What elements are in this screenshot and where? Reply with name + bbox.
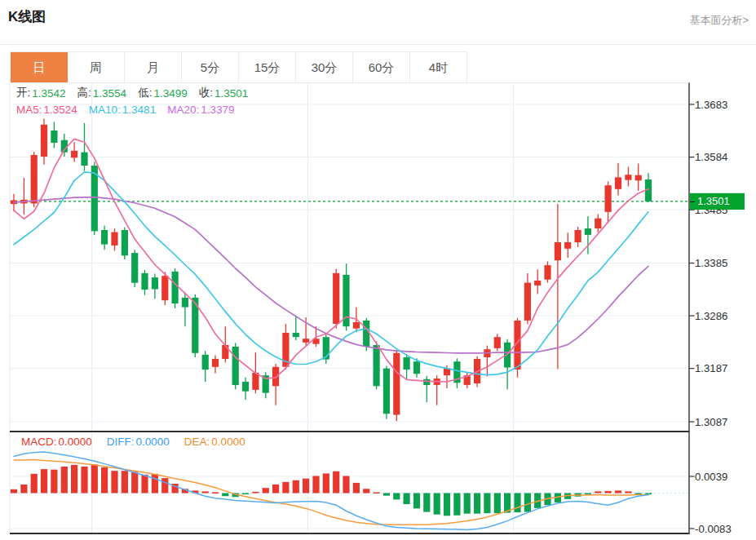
price-tick-label: 1.3385 xyxy=(695,257,727,269)
last-price-badge: 1.3501 xyxy=(690,193,745,210)
dea-value-readout: DEA:0.0000 xyxy=(184,436,245,448)
macd-axis: 0.0039 -0.0083 xyxy=(695,471,732,535)
ohlc-readout: 开:1.3542 高:1.3554 低:1.3499 收:1.3501 xyxy=(16,86,259,100)
price-tick-label: 1.3584 xyxy=(695,151,727,163)
kline-page: { "header": { "title": "K线图", "link": "基… xyxy=(0,0,756,540)
ma10-readout: MA10:1.3481 xyxy=(89,104,156,116)
ma5-readout: MA5:1.3524 xyxy=(16,104,77,116)
high-readout: 高:1.3554 xyxy=(77,86,127,100)
close-readout: 收:1.3501 xyxy=(199,86,249,100)
price-tick-label: 1.3187 xyxy=(695,362,727,374)
macd-readout: MACD:0.0000 DIFF:0.0000 DEA:0.0000 xyxy=(21,436,260,448)
price-tick-label: 1.3683 xyxy=(695,99,727,111)
macd-tick-label: 0.0039 xyxy=(695,471,727,483)
diff-value-readout: DIFF:0.0000 xyxy=(107,436,170,448)
macd-value-readout: MACD:0.0000 xyxy=(21,436,92,448)
kline-chart[interactable]: 1.3683 1.3584 1.3485 1.3385 1.3286 1.318… xyxy=(0,0,756,540)
axis-tick-icon xyxy=(690,201,695,203)
ma-readout: MA5:1.3524 MA10:1.3481 MA20:1.3379 xyxy=(16,104,245,116)
price-axis: 1.3683 1.3584 1.3485 1.3385 1.3286 1.318… xyxy=(695,99,727,428)
price-tick-label: 1.3286 xyxy=(695,310,727,322)
ma20-readout: MA20:1.3379 xyxy=(167,104,234,116)
open-readout: 开:1.3542 xyxy=(16,86,66,100)
price-tick-label: 1.3087 xyxy=(695,416,727,428)
macd-tick-label: -0.0083 xyxy=(695,523,732,535)
low-readout: 低:1.3499 xyxy=(138,86,188,100)
